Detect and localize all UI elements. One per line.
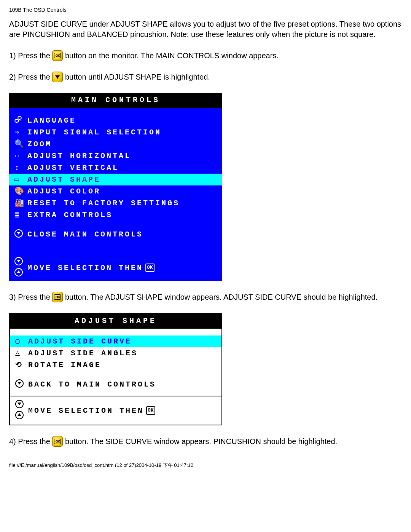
menu-item-label: ZOOM [27,139,52,150]
step-4: 4) Press the button. The SIDE CURVE wind… [9,436,402,447]
menu-item-label: ADJUST VERTICAL [27,162,119,173]
menu-item-label: ADJUST SIDE ANGLES [28,348,138,359]
osd-main-body: 🗪LANGUAGE⇨INPUT SIGNAL SELECTION🔍ZOOM↔AD… [9,108,222,281]
menu-item-label: ADJUST SIDE CURVE [28,336,132,347]
osd-menu-item[interactable]: ⇨INPUT SIGNAL SELECTION [9,126,222,138]
intro-paragraph: ADJUST SIDE CURVE under ADJUST SHAPE all… [9,19,402,40]
step-4-text-b: button. The SIDE CURVE window appears. P… [65,437,337,446]
step-2: 2) Press the button until ADJUST SHAPE i… [9,72,402,82]
page-footer: file:///E|/manual/english/109B/osd/osd_c… [9,462,402,469]
ok-indicator-icon: OK [145,264,155,272]
osd-main-title: MAIN CONTROLS [9,93,222,108]
menu-item-icon: ⇨ [14,127,27,138]
menu-item-label: ADJUST COLOR [27,186,100,197]
menu-item-label: RESET TO FACTORY SETTINGS [27,198,180,209]
osd-menu-item[interactable]: 🔍ZOOM [9,138,222,150]
step-2-text-b: button until ADJUST SHAPE is highlighted… [65,73,210,81]
menu-item-label: ADJUST SHAPE [27,174,100,185]
menu-item-icon: 🔍 [14,139,27,150]
osd-shape-footer-label: MOVE SELECTION THEN [28,405,144,416]
step-1-text-b: button on the monitor. The MAIN CONTROLS… [65,51,279,60]
down-button-icon [52,72,63,82]
page-header: 109B The OSD Controls [9,7,402,13]
down-arrow-icon [15,379,28,390]
osd-close-row[interactable]: CLOSE MAIN CONTROLS [9,228,222,240]
osd-main-controls: MAIN CONTROLS 🗪LANGUAGE⇨INPUT SIGNAL SEL… [9,93,222,281]
menu-item-icon: ◯ [15,336,28,347]
menu-item-label: ADJUST HORIZONTAL [27,150,131,161]
step-3: 3) Press the button. The ADJUST SHAPE wi… [9,292,402,302]
menu-item-icon: ⟲ [15,359,28,371]
osd-close-label: CLOSE MAIN CONTROLS [27,229,143,240]
menu-item-icon: △ [15,348,28,359]
step-3-text-b: button. The ADJUST SHAPE window appears.… [65,293,378,301]
ok-button-icon [52,50,63,61]
menu-item-label: EXTRA CONTROLS [27,209,113,220]
menu-item-icon: ↕ [14,162,27,173]
osd-menu-item[interactable]: ◯ADJUST SIDE CURVE [10,335,221,347]
menu-item-label: ROTATE IMAGE [28,359,101,371]
osd-menu-item[interactable]: ↕ADJUST VERTICAL [9,162,222,174]
menu-item-label: LANGUAGE [27,115,76,126]
down-arrow-icon [14,229,27,240]
osd-shape-body: ◯ADJUST SIDE CURVE△ADJUST SIDE ANGLES⟲RO… [9,329,222,425]
menu-item-icon: 🏭 [14,198,27,209]
osd-adjust-shape: ADJUST SHAPE ◯ADJUST SIDE CURVE△ADJUST S… [9,313,222,425]
ok-button-icon [52,292,63,302]
osd-menu-item[interactable]: 🗪LANGUAGE [9,115,222,126]
osd-back-label: BACK TO MAIN CONTROLS [28,379,156,390]
osd-shape-footer: MOVE SELECTION THEN OK [10,396,221,425]
osd-main-footer: MOVE SELECTION THEN OK [9,253,222,281]
osd-menu-item[interactable]: ≣EXTRA CONTROLS [9,209,222,221]
osd-menu-item[interactable]: ↔ADJUST HORIZONTAL [9,150,222,162]
menu-item-icon: ▭ [14,174,27,185]
up-down-arrows-icon [14,257,27,279]
menu-item-icon: 🗪 [14,115,27,126]
up-down-arrows-icon [15,399,28,422]
osd-back-row[interactable]: BACK TO MAIN CONTROLS [10,379,221,390]
step-4-text-a: 4) Press the [9,437,52,446]
menu-item-label: INPUT SIGNAL SELECTION [27,127,161,138]
step-2-text-a: 2) Press the [9,73,52,81]
step-1-text-a: 1) Press the [9,51,52,60]
osd-shape-title: ADJUST SHAPE [9,313,222,329]
ok-indicator-icon: OK [146,406,155,415]
menu-item-icon: 🎨 [14,186,27,197]
step-1: 1) Press the button on the monitor. The … [9,50,402,61]
osd-menu-item[interactable]: ▭ADJUST SHAPE [9,174,222,185]
osd-menu-item[interactable]: △ADJUST SIDE ANGLES [10,347,221,359]
osd-main-footer-label: MOVE SELECTION THEN [27,262,143,273]
step-3-text-a: 3) Press the [9,293,52,301]
osd-menu-item[interactable]: ⟲ROTATE IMAGE [10,359,221,371]
ok-button-icon [52,436,63,447]
menu-item-icon: ≣ [14,209,27,220]
osd-menu-item[interactable]: 🏭RESET TO FACTORY SETTINGS [9,197,222,209]
osd-menu-item[interactable]: 🎨ADJUST COLOR [9,185,222,197]
menu-item-icon: ↔ [14,150,27,161]
